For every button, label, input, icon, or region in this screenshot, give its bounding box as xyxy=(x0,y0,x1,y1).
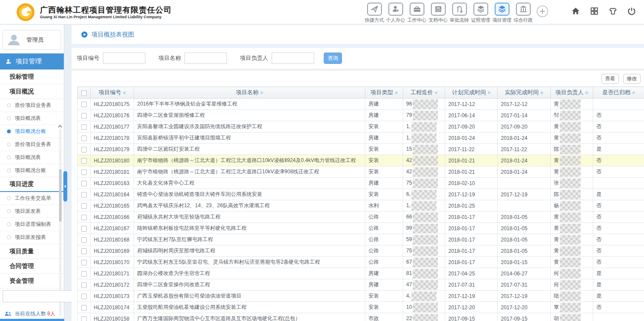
table-row[interactable]: HLZJ20180177 宾阳县黎塘工业园建设涉及国防光缆线路迁改保护工程 安装… xyxy=(78,121,644,132)
sidebar-subitem[interactable]: 项目概况表 xyxy=(0,112,64,125)
sidebar-collapse-handle[interactable] xyxy=(63,171,67,202)
table-row[interactable]: HLZJ20180170 宁武镇东王村东王5队至雷召屯、灵马镇方和村坛济至将期屯… xyxy=(78,257,644,268)
sidebar-subitem[interactable]: 项目派发表 xyxy=(0,205,64,218)
sidebar-search-input[interactable] xyxy=(3,290,76,302)
table-row[interactable]: HLZJ20180168 宁武镇东王村7队至红狮屯路工程 公路 59 2018-… xyxy=(78,234,644,245)
col-header-project-name[interactable]: 项目名称≡ xyxy=(134,87,365,99)
table-row[interactable]: HLZJ20180165 武鸣县太平镇庆乐村12、14、23、26队高效节水灌溉… xyxy=(78,200,644,212)
col-header-actual-date[interactable]: 实际完成时间≡ xyxy=(498,87,551,99)
nav-item-approval-flow[interactable]: 审批流转 xyxy=(449,3,470,23)
row-checkbox[interactable] xyxy=(81,248,87,254)
table-row[interactable]: HLZJ20180163 大化县文化体育中心工程 房建 75 2018-02-1… xyxy=(78,178,644,189)
table-row[interactable]: HLZJ20180175 2016年下半年不锈钢及铝合金零星维修工程 房建 96… xyxy=(78,99,644,110)
table-row[interactable]: HLZJ20180158 广西万生隆国际商贸物流中心互市区道路及互市区场地硬化工… xyxy=(78,313,644,321)
project-manager-input[interactable] xyxy=(272,53,314,64)
sidebar-module-project-management[interactable]: 项目管理 xyxy=(0,53,64,69)
sort-icon[interactable]: ≡ xyxy=(435,90,437,95)
sort-icon[interactable]: ≡ xyxy=(540,90,543,95)
row-checkbox[interactable] xyxy=(81,158,87,164)
table-row[interactable]: HLZJ20180171 园湖办公楼改造为学生宿舍工程 房建 81 2017-0… xyxy=(78,268,644,279)
sidebar-subitem[interactable]: 项目概况表 xyxy=(0,151,64,164)
shirt-icon[interactable] xyxy=(608,7,618,16)
sidebar-item-funds-management[interactable]: 资金管理 xyxy=(0,274,64,288)
nav-item-project-management[interactable]: 项目管理 xyxy=(491,3,513,23)
row-checkbox[interactable] xyxy=(81,147,87,152)
cell-planned-date: 2018-01-17 xyxy=(445,234,498,245)
nav-item-license-management[interactable]: 证照管理 xyxy=(470,3,491,23)
nav-item-general-administration[interactable]: 综合行政 xyxy=(513,3,534,23)
col-header-manager[interactable]: 项目负责人≡ xyxy=(551,87,593,99)
row-checkbox[interactable] xyxy=(81,294,87,299)
table-row[interactable]: HLZJ20180172 四塘中二区食堂操作间改造工程 房建 47 2017-0… xyxy=(78,279,644,291)
table-row[interactable]: HLZJ20180169 府城镇四明村周庆至那增屯路工程 公路 75 2018-… xyxy=(78,245,644,257)
sort-icon[interactable]: ≡ xyxy=(123,90,125,95)
row-checkbox[interactable] xyxy=(81,316,87,321)
user-card[interactable]: 管理员 xyxy=(3,30,61,50)
table-row[interactable]: HLZJ20180176 四塘中二区食堂屋面维修工程 房建 79 2017-06… xyxy=(78,110,644,121)
table-row[interactable]: HLZJ20180173 广西玉柴机器股份有限公司柴油供油管道项目 安装 4, … xyxy=(78,291,644,302)
row-checkbox[interactable] xyxy=(81,260,87,265)
table-row[interactable]: HLZJ20180178 宾阳县新桥镇清平初中迁建项目围墙工程 房建 1, 20… xyxy=(78,132,644,144)
row-checkbox[interactable] xyxy=(81,169,87,175)
sidebar-item-project-progress[interactable]: 项目进度 xyxy=(0,177,64,192)
table-row[interactable]: HLZJ20180166 府城镇永共村大块屯至较场屯路工程 公路 66 2018… xyxy=(78,212,644,223)
scrollbar-thumb[interactable] xyxy=(59,169,62,222)
edit-button[interactable]: 修改 xyxy=(623,74,641,84)
col-header-project-type[interactable]: 项目类型≡ xyxy=(365,87,403,99)
sidebar-subitem[interactable]: 造价项目业务表 xyxy=(0,99,64,112)
sort-icon[interactable]: ≡ xyxy=(585,90,588,95)
sort-icon[interactable]: ≡ xyxy=(488,90,490,95)
select-all-checkbox[interactable] xyxy=(81,90,87,96)
nav-item-shortcuts[interactable]: 快捷方式 xyxy=(364,3,385,23)
project-name-input[interactable] xyxy=(184,53,227,64)
sidebar-subitem-selected[interactable]: 项目概况台账 xyxy=(0,125,64,138)
sort-icon[interactable]: ≡ xyxy=(260,90,263,95)
sidebar-subitem[interactable]: 工作任务交底单 xyxy=(0,192,64,205)
row-checkbox[interactable] xyxy=(81,113,87,119)
nav-item-personal-office[interactable]: 个人办公 xyxy=(385,3,406,23)
row-checkbox[interactable] xyxy=(81,271,87,277)
sidebar-subitem[interactable]: 项目派发报表 xyxy=(0,231,64,244)
row-checkbox[interactable] xyxy=(81,192,87,198)
grid-icon[interactable] xyxy=(590,7,599,16)
nav-item-document-center[interactable]: 文档中心 xyxy=(427,3,449,23)
project-no-input[interactable] xyxy=(103,53,145,64)
col-header-archived[interactable]: 是否已归档≡ xyxy=(593,87,644,99)
row-checkbox[interactable] xyxy=(81,215,87,220)
cell-project-type: 安装 xyxy=(365,302,403,313)
row-checkbox[interactable] xyxy=(81,124,87,130)
table-row[interactable]: HLZJ20180174 玉柴股司船用柴油机基地建设公用系统安装工程 安装 10… xyxy=(78,302,644,313)
row-checkbox[interactable] xyxy=(81,136,87,141)
row-checkbox[interactable] xyxy=(81,237,87,243)
table-row[interactable]: HLZJ20180180 南宁市植物路（桃源路～江北大道）工程江北大道路口10k… xyxy=(78,155,644,166)
col-header-planned-date[interactable]: 计划完成时间≡ xyxy=(445,87,498,99)
sidebar-item-project-quality[interactable]: 项目质量 xyxy=(0,244,64,259)
sidebar-subitem[interactable]: 项目进度编制表 xyxy=(0,218,64,231)
sidebar-item-project-overview[interactable]: 项目概况 xyxy=(0,84,64,99)
sidebar-subitem[interactable]: 造价项目业务表 xyxy=(0,138,64,151)
add-module-button[interactable] xyxy=(536,5,549,19)
sidebar-subitem[interactable]: 项目概况台账 xyxy=(0,164,64,177)
sort-icon[interactable]: ≡ xyxy=(395,90,398,95)
nav-item-work-center[interactable]: 工作中心 xyxy=(406,3,427,23)
sidebar-item-bid-management[interactable]: 投标管理 xyxy=(0,69,64,84)
row-checkbox[interactable] xyxy=(81,305,87,311)
view-button[interactable]: 查看 xyxy=(601,74,619,84)
row-checkbox[interactable] xyxy=(81,226,87,232)
home-icon[interactable] xyxy=(571,7,580,16)
row-checkbox[interactable] xyxy=(81,102,87,107)
sidebar-item-contract-management[interactable]: 合同管理 xyxy=(0,259,64,274)
row-checkbox[interactable] xyxy=(81,282,87,288)
col-header-project-no[interactable]: 项目编号≡ xyxy=(91,87,134,99)
table-row[interactable]: HLZJ20180179 四塘中二区庭院灯安装工程 安装 15 2017-11-… xyxy=(78,144,644,155)
table-row[interactable]: HLZJ20180181 南宁市植物路（桃源路～江北大道）工程江北大道路口10k… xyxy=(78,166,644,178)
table-row[interactable]: HLZJ20180167 陆斡镇桥东村板徐屯岔路至平等村硬化屯路工程 公路 99… xyxy=(78,223,644,234)
col-header-project-cost[interactable]: 工程造价≡ xyxy=(403,87,445,99)
power-icon[interactable] xyxy=(627,7,636,16)
row-checkbox[interactable] xyxy=(81,203,87,209)
cell-actual-date: 2018-01-05 xyxy=(498,223,551,234)
query-button[interactable]: 查询 xyxy=(324,53,342,64)
table-row[interactable]: HLZJ20180164 铸造中心柴油发动机铸造项目大铸件车间公用系统安装 安装… xyxy=(78,189,644,200)
sort-icon[interactable]: ≡ xyxy=(632,90,635,95)
row-checkbox[interactable] xyxy=(81,181,87,186)
